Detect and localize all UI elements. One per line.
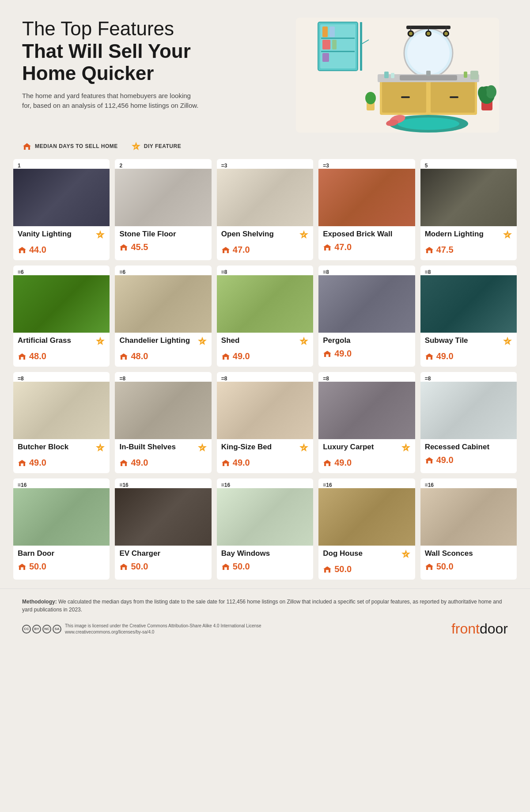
card-days: 44.0 <box>18 245 105 255</box>
svg-text:✓: ✓ <box>98 233 102 237</box>
svg-text:✓: ✓ <box>302 233 306 237</box>
card-pergola: =8Pergola 49.0 <box>318 266 415 367</box>
svg-text:✓: ✓ <box>506 339 509 344</box>
svg-rect-73 <box>122 357 125 360</box>
card-title-row: Subway Tile✓ <box>425 336 512 348</box>
card-rank: 5 <box>420 159 517 169</box>
footer-bottom: CC BY NC SA This image is licensed under… <box>22 621 508 637</box>
card-body: King-Size Bed✓ 49.0 <box>217 439 313 473</box>
house-days-icon <box>425 247 434 254</box>
card-days: 49.0 <box>425 455 512 465</box>
svg-rect-28 <box>450 96 458 98</box>
svg-text:✓: ✓ <box>302 339 306 344</box>
card-body: In-Built Shelves✓ 49.0 <box>115 439 211 473</box>
card-title-row: Wall Sconces <box>425 549 512 558</box>
diy-badge: ✓ <box>95 336 105 348</box>
card-title: Wall Sconces <box>425 549 473 558</box>
card-image <box>217 382 313 439</box>
svg-rect-8 <box>332 40 337 49</box>
card-title-row: Barn Door <box>18 549 105 558</box>
house-days-icon <box>119 563 128 570</box>
svg-rect-111 <box>326 570 329 573</box>
card-title-row: Open Shelving✓ <box>221 230 309 241</box>
card-title: Luxury Carpet <box>323 443 374 452</box>
card-rank: =8 <box>217 372 313 382</box>
card-title-row: Exposed Brick Wall <box>323 230 410 239</box>
svg-point-35 <box>486 85 496 99</box>
svg-rect-59 <box>224 250 227 253</box>
card-days: 49.0 <box>323 458 410 468</box>
card-image <box>13 169 110 226</box>
card-open-shelving: =3Open Shelving✓ 47.0 <box>217 159 313 260</box>
svg-rect-31 <box>426 71 431 76</box>
svg-text:✓: ✓ <box>302 446 306 450</box>
card-days: 50.0 <box>425 562 512 572</box>
card-body: Subway Tile✓ 49.0 <box>420 333 517 367</box>
svg-rect-101 <box>428 461 431 463</box>
card-rank: =8 <box>420 372 517 382</box>
card-title-row: King-Size Bed✓ <box>221 443 309 454</box>
svg-rect-87 <box>21 463 23 466</box>
diy-badge: ✓ <box>503 230 512 241</box>
card-image <box>318 382 415 439</box>
card-days: 49.0 <box>221 458 309 468</box>
card-rank: =8 <box>13 372 110 382</box>
card-days: 49.0 <box>18 458 105 468</box>
house-days-icon <box>323 244 332 251</box>
card-ev-charger: =16EV Charger 50.0 <box>115 478 211 580</box>
svg-text:✓: ✓ <box>506 233 509 237</box>
card-body: Pergola 49.0 <box>318 333 415 367</box>
card-title: In-Built Shelves <box>119 443 176 452</box>
page-title: The Top Features That Will Sell Your Hom… <box>22 18 234 85</box>
house-days-icon <box>323 566 332 573</box>
svg-rect-55 <box>122 248 125 250</box>
svg-rect-95 <box>224 463 227 466</box>
svg-point-36 <box>478 87 487 99</box>
svg-rect-6 <box>329 27 335 37</box>
cc-icons: CC BY NC SA <box>22 625 61 634</box>
house-days-icon <box>18 563 26 570</box>
svg-rect-45 <box>464 72 467 78</box>
card-days: 50.0 <box>119 562 207 572</box>
card-rank: =8 <box>318 266 415 275</box>
svg-rect-10 <box>360 22 362 71</box>
card-title-row: Stone Tile Floor <box>119 230 207 239</box>
card-rank: =8 <box>318 372 415 382</box>
card-title: EV Charger <box>119 549 160 558</box>
card-rank: =16 <box>318 478 415 488</box>
house-days-icon <box>323 459 332 467</box>
brand-logo: frontdoor <box>451 621 508 637</box>
house-days-icon <box>323 350 332 357</box>
card-title-row: Vanity Lighting✓ <box>18 230 105 241</box>
card-chandelier-lighting: =6Chandelier Lighting✓ 48.0 <box>115 266 211 367</box>
card-image <box>115 275 211 333</box>
svg-point-40 <box>398 118 459 130</box>
card-title: Butcher Block <box>18 443 68 452</box>
card-bay-windows: =16Bay Windows 50.0 <box>217 478 313 580</box>
svg-text:✓: ✓ <box>404 446 408 450</box>
svg-rect-4 <box>321 51 355 52</box>
card-title: Pergola <box>323 336 350 345</box>
house-days-icon <box>425 457 434 464</box>
card-body: Wall Sconces 50.0 <box>420 546 517 580</box>
header-illustration <box>287 18 508 133</box>
svg-rect-77 <box>224 357 227 360</box>
methodology-text: Methodology: We calculated the median da… <box>22 598 508 614</box>
card-title-row: EV Charger <box>119 549 207 558</box>
svg-rect-105 <box>122 567 125 570</box>
grid-row-1: 1Vanity Lighting✓ 44.0 2Stone Tile Floor… <box>13 159 517 260</box>
card-barn-door: =16Barn Door 50.0 <box>13 478 110 580</box>
card-days: 50.0 <box>323 564 410 574</box>
card-rank: =16 <box>13 478 110 488</box>
card-rank: =8 <box>420 266 517 275</box>
card-days: 49.0 <box>119 458 207 468</box>
card-image <box>13 275 110 333</box>
svg-rect-32 <box>470 71 478 80</box>
card-dog-house: =16Dog House✓ 50.0 <box>318 478 415 580</box>
house-days-icon <box>221 353 230 360</box>
card-body: Recessed Cabinet 49.0 <box>420 439 517 473</box>
header-subtitle: The home and yard features that homebuye… <box>22 91 199 111</box>
svg-text:✓: ✓ <box>201 339 204 344</box>
card-days: 47.0 <box>323 242 410 252</box>
svg-point-13 <box>407 32 450 74</box>
